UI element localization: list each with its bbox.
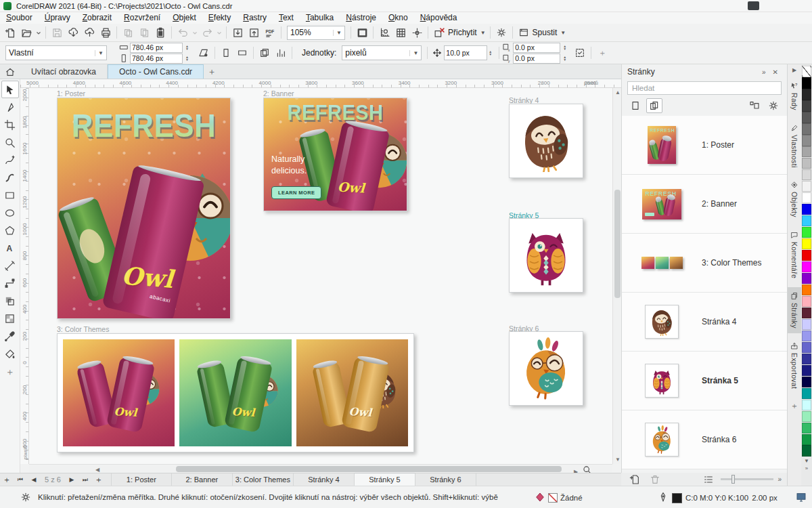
zoom-level-combo[interactable]: 105% ▼ <box>287 26 345 40</box>
shape-tool[interactable] <box>1 98 19 116</box>
slider-handle[interactable] <box>731 475 735 484</box>
artboard-banner[interactable]: REFRESH Owl Naturally delicious. LEARN M… <box>263 98 407 211</box>
new-page-button[interactable] <box>627 472 643 487</box>
menu-rozvrzeni[interactable]: Rozvržení <box>118 12 166 24</box>
cut-button[interactable] <box>120 25 136 40</box>
add-docker-button[interactable]: ＋ <box>790 400 798 412</box>
menu-nastroje[interactable]: Nástroje <box>340 12 382 24</box>
import-button[interactable] <box>229 25 246 40</box>
status-gear-icon[interactable] <box>20 492 31 504</box>
home-tab-button[interactable] <box>0 64 20 79</box>
page-preset-combo[interactable]: Vlastní ▼ <box>5 45 107 60</box>
add-tool-button[interactable]: ＋ <box>5 366 15 379</box>
color-swatch[interactable] <box>802 342 811 354</box>
docker-tab-objekty[interactable]: Objekty <box>788 176 802 222</box>
page-width-spinner[interactable]: ▲▼ <box>184 45 189 50</box>
duplicate-x-field[interactable]: 0.0 px <box>513 43 560 53</box>
duplicate-y-field[interactable]: 0.0 px <box>513 54 560 64</box>
menu-soubor[interactable]: Soubor <box>0 12 39 24</box>
artboard-poster[interactable]: REFRESH Owl abacaxi <box>57 98 231 319</box>
nudge-spinner[interactable]: ▲▼ <box>487 50 492 56</box>
menu-okno[interactable]: Okno <box>382 12 414 24</box>
open-dropdown[interactable] <box>35 25 43 40</box>
export-button[interactable] <box>246 25 262 40</box>
delete-page-button[interactable] <box>647 472 663 487</box>
launch-app-button[interactable] <box>516 25 532 40</box>
menu-tabulka[interactable]: Tabulka <box>300 12 340 24</box>
artboard-page4[interactable] <box>509 104 583 178</box>
save-button[interactable] <box>49 25 65 40</box>
text-tool[interactable]: A <box>1 239 19 257</box>
docker-page-row-5[interactable]: Stránka 5 <box>622 352 787 410</box>
color-swatch[interactable] <box>802 238 811 250</box>
next-page-button[interactable]: ▶ <box>65 476 78 483</box>
tab-welcome-screen[interactable]: Uvítací obrazovka <box>20 64 108 79</box>
docker-close-icon[interactable]: ✕ <box>769 68 782 76</box>
docker-flyout-arrow[interactable]: ▶ <box>792 67 796 73</box>
drop-shadow-tool[interactable] <box>1 292 19 310</box>
color-swatch[interactable] <box>802 354 811 365</box>
page-height-spinner[interactable]: ▲▼ <box>184 56 189 61</box>
nudge-offset-field[interactable]: 10.0 px <box>444 45 487 60</box>
color-swatch[interactable] <box>802 89 811 100</box>
new-tab-button[interactable]: ＋ <box>204 64 220 79</box>
color-swatch[interactable] <box>802 250 811 261</box>
titlebar-screen-icon[interactable] <box>748 1 759 10</box>
vertical-scrollbar[interactable]: ▲ ▼ <box>612 88 621 464</box>
vertical-ruler[interactable]: 2000180016001400120010008006004002000200… <box>20 88 29 464</box>
dimension-tool[interactable] <box>1 257 19 274</box>
color-swatch[interactable] <box>802 123 811 135</box>
open-from-cloud-button[interactable] <box>65 25 81 40</box>
first-page-button[interactable]: ⏮ <box>14 476 27 484</box>
menu-text[interactable]: Text <box>273 12 300 24</box>
last-page-button[interactable]: ⏭ <box>78 476 92 484</box>
interactive-fill-tool[interactable] <box>1 345 19 362</box>
no-color-swatch[interactable] <box>802 66 811 77</box>
fill-status[interactable]: Žádné <box>535 492 583 504</box>
color-swatch[interactable] <box>802 112 811 123</box>
color-eyedropper-tool[interactable] <box>1 327 19 345</box>
thumbnail-size-button[interactable] <box>746 98 763 113</box>
angle-button[interactable] <box>196 45 212 61</box>
menu-napoveda[interactable]: Nápověda <box>414 12 464 24</box>
pages-search-input[interactable] <box>627 81 782 95</box>
color-swatch[interactable] <box>802 158 811 169</box>
redo-dropdown[interactable] <box>215 25 223 40</box>
docker-page-row-1[interactable]: REFRESH1: Poster <box>622 116 787 175</box>
color-swatch[interactable] <box>802 169 811 181</box>
color-swatch[interactable] <box>802 308 811 319</box>
add-page-after-button[interactable]: ＋ <box>92 474 106 486</box>
scroll-left-arrow[interactable]: ◀ <box>95 467 99 473</box>
list-view-button[interactable] <box>700 472 717 487</box>
color-swatch[interactable] <box>802 100 811 112</box>
undo-button[interactable] <box>175 25 191 40</box>
color-swatch[interactable] <box>802 146 811 158</box>
polygon-tool[interactable] <box>1 221 19 239</box>
color-proof-monitor-icon[interactable] <box>796 492 807 504</box>
redo-button[interactable] <box>199 25 215 40</box>
page-thumbnail[interactable] <box>622 423 702 457</box>
freehand-tool[interactable] <box>1 151 19 169</box>
docker-footer-more-icon[interactable]: » <box>777 475 782 483</box>
artboard-page6[interactable] <box>509 331 583 406</box>
page-tab-5[interactable]: Stránky 5 <box>355 473 415 486</box>
docker-tab-vlastnosti[interactable]: Vlastnosti <box>788 119 802 173</box>
page-tab-4[interactable]: Stránky 4 <box>294 473 355 486</box>
treat-as-filled-button[interactable] <box>572 45 588 61</box>
fullscreen-preview-button[interactable] <box>354 25 370 40</box>
horizontal-scroll-thumb[interactable] <box>176 466 562 472</box>
page-dimensions-button[interactable] <box>273 45 289 61</box>
ellipse-tool[interactable] <box>1 204 19 221</box>
page-tab-1[interactable]: 1: Poster <box>111 473 172 486</box>
add-page-before-button[interactable]: ＋ <box>0 474 14 486</box>
artboard-themes[interactable]: Owl Owl Owl <box>57 333 414 452</box>
docker-page-row-4[interactable]: Stránka 4 <box>622 293 787 352</box>
page-thumbnail[interactable] <box>622 305 702 339</box>
palette-scroll-down-icon[interactable]: ▼ <box>804 458 809 464</box>
color-swatch[interactable] <box>802 423 811 434</box>
paste-button[interactable] <box>152 25 168 40</box>
show-grid-button[interactable] <box>392 25 409 40</box>
snap-off-button[interactable] <box>431 25 447 40</box>
publish-pdf-button[interactable]: PDF <box>262 25 278 40</box>
color-swatch[interactable] <box>802 204 811 215</box>
